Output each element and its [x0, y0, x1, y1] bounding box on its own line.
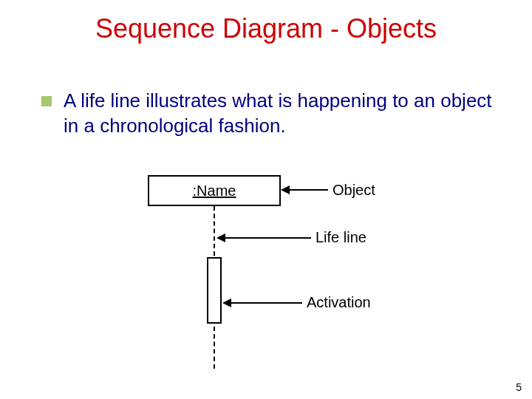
activation-box [207, 257, 222, 324]
arrow-activation-head-icon [222, 299, 231, 307]
arrow-lifeline-line [225, 237, 311, 239]
lifeline [214, 206, 215, 369]
annotation-object: Object [332, 182, 375, 199]
annotation-lifeline: Life line [316, 229, 366, 246]
sequence-diagram: :Name Object Life line Activation [0, 0, 532, 399]
slide-title: Sequence Diagram - Objects [0, 0, 532, 44]
object-box-label: :Name [193, 183, 236, 200]
bullet-text: A life line illustrates what is happenin… [64, 89, 502, 139]
page-number: 5 [516, 381, 522, 393]
arrow-object-head-icon [281, 185, 290, 194]
arrow-activation-line [231, 302, 302, 304]
arrow-object-line [290, 189, 328, 191]
arrow-lifeline-head-icon [216, 233, 225, 242]
object-box: :Name [148, 175, 281, 206]
bullet-item: A life line illustrates what is happenin… [0, 89, 532, 139]
annotation-activation: Activation [307, 294, 371, 311]
bullet-marker-icon [41, 96, 52, 106]
